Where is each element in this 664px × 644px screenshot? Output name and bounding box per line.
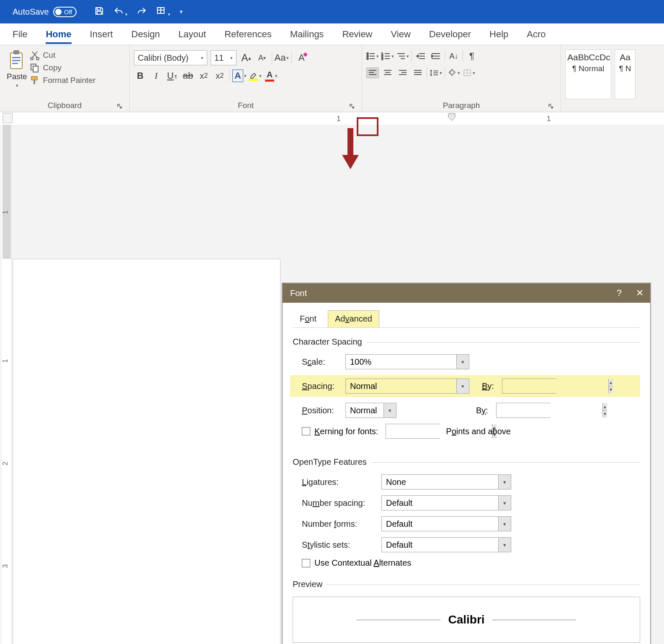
chevron-down-icon[interactable]: ▾ xyxy=(498,496,511,510)
close-icon[interactable]: ✕ xyxy=(636,288,643,299)
spin-up-icon[interactable]: ▲ xyxy=(603,403,607,411)
tab-view[interactable]: View xyxy=(391,29,411,40)
spacing-combo[interactable]: Normal▾ xyxy=(345,379,469,394)
bullets-button[interactable]: ▾ xyxy=(366,51,379,62)
change-case-button[interactable]: Aa▾ xyxy=(275,52,288,64)
cut-button[interactable]: Cut xyxy=(30,50,96,60)
position-by-spinner[interactable]: ▲▼ xyxy=(496,403,551,418)
shading-button[interactable]: ▾ xyxy=(448,67,460,78)
paste-button[interactable]: Paste ▾ xyxy=(4,48,30,95)
tab-developer[interactable]: Developer xyxy=(429,29,471,40)
decrease-indent-button[interactable] xyxy=(414,51,427,62)
ruler-track[interactable]: 1 1 xyxy=(13,112,664,125)
subscript-button[interactable]: x2 xyxy=(198,70,210,82)
grow-font-icon[interactable]: A▴ xyxy=(240,52,252,64)
italic-button[interactable]: I xyxy=(150,70,162,82)
chevron-down-icon[interactable]: ▾ xyxy=(456,379,469,393)
align-left-button[interactable] xyxy=(366,67,379,78)
chevron-down-icon[interactable]: ▾ xyxy=(498,538,511,552)
align-center-button[interactable] xyxy=(381,67,394,78)
numspacing-label: Number spacing: xyxy=(302,498,381,508)
sort-button[interactable]: A↓ xyxy=(448,51,460,62)
show-marks-button[interactable]: ¶ xyxy=(466,51,478,62)
style-sample: Aa xyxy=(617,52,633,64)
tab-mailings[interactable]: Mailings xyxy=(290,29,324,40)
spin-up-icon[interactable]: ▲ xyxy=(609,379,613,386)
numspacing-combo[interactable]: Default▾ xyxy=(381,495,511,510)
font-launcher-icon[interactable] xyxy=(348,103,356,110)
chevron-down-icon[interactable]: ▾ xyxy=(383,403,396,417)
spin-down-icon[interactable]: ▼ xyxy=(609,386,613,394)
scale-combo[interactable]: 100%▾ xyxy=(345,354,469,369)
superscript-button[interactable]: x2 xyxy=(214,70,226,82)
qat-item-icon[interactable]: ▾ xyxy=(156,6,170,18)
style-normal[interactable]: AaBbCcDc ¶ Normal xyxy=(565,49,611,99)
indent-marker-icon[interactable] xyxy=(448,113,456,123)
save-icon[interactable] xyxy=(94,6,104,18)
multilevel-list-button[interactable]: ▾ xyxy=(396,51,409,62)
group-font: Calibri (Body)▾ 11▾ A▴ A▾ Aa▾ A◆ B I U▾ … xyxy=(130,45,362,112)
underline-button[interactable]: U▾ xyxy=(166,70,178,82)
ruler-corner[interactable] xyxy=(3,113,13,123)
spin-down-icon[interactable]: ▼ xyxy=(603,411,607,418)
chevron-down-icon[interactable]: ▾ xyxy=(498,475,511,489)
tab-layout[interactable]: Layout xyxy=(178,29,206,40)
contextual-alternates-checkbox[interactable] xyxy=(302,559,310,567)
justify-button[interactable] xyxy=(412,67,424,78)
kerning-checkbox[interactable] xyxy=(302,427,310,435)
borders-button[interactable]: ▾ xyxy=(463,67,475,78)
chevron-down-icon[interactable]: ▾ xyxy=(498,517,511,531)
dialog-titlebar[interactable]: Font ? ✕ xyxy=(283,283,650,303)
tab-home[interactable]: Home xyxy=(46,29,71,40)
numbering-button[interactable]: 123▾ xyxy=(381,51,394,62)
dialog-tab-font[interactable]: Font xyxy=(293,310,324,327)
tab-review[interactable]: Review xyxy=(342,29,372,40)
document-area: 1 1 2 3 Font ? ✕ Font Advanced Character… xyxy=(0,125,664,644)
stylistic-combo[interactable]: Default▾ xyxy=(381,537,511,552)
font-color-button[interactable]: A▾ xyxy=(265,70,278,82)
group-clipboard: Paste ▾ Cut Copy Format Painter Clipboar… xyxy=(0,45,130,112)
spacing-by-input[interactable] xyxy=(502,379,608,393)
position-combo[interactable]: Normal▾ xyxy=(345,403,396,418)
tab-help[interactable]: Help xyxy=(489,29,508,40)
clear-formatting-icon[interactable]: A◆ xyxy=(295,52,308,64)
increase-indent-button[interactable] xyxy=(430,51,442,62)
tab-file[interactable]: File xyxy=(13,29,27,40)
text-effects-button[interactable]: A▾ xyxy=(233,70,246,82)
document-page[interactable] xyxy=(13,259,281,644)
tab-design[interactable]: Design xyxy=(131,29,160,40)
style-item[interactable]: Aa ¶ N xyxy=(615,49,636,99)
kerning-spinner[interactable]: ▲▼ xyxy=(386,424,440,439)
qat-customize-icon[interactable]: ▾ xyxy=(180,8,183,15)
ligatures-combo[interactable]: None▾ xyxy=(381,474,511,489)
font-size-combo[interactable]: 11▾ xyxy=(211,50,237,65)
highlight-button[interactable]: ▾ xyxy=(249,70,262,82)
tab-insert[interactable]: Insert xyxy=(90,29,113,40)
autosave-toggle[interactable]: AutoSave Off xyxy=(13,7,77,17)
clipboard-launcher-icon[interactable] xyxy=(116,103,124,110)
toggle-track[interactable]: Off xyxy=(53,7,77,17)
dialog-tab-advanced[interactable]: Advanced xyxy=(328,310,379,327)
tab-references[interactable]: References xyxy=(224,29,272,40)
paragraph-launcher-icon[interactable] xyxy=(547,103,555,110)
help-icon[interactable]: ? xyxy=(617,288,622,299)
font-name-combo[interactable]: Calibri (Body)▾ xyxy=(134,50,207,65)
undo-icon[interactable]: ▾ xyxy=(113,6,128,18)
chevron-down-icon[interactable]: ▾ xyxy=(15,83,18,88)
copy-button[interactable]: Copy xyxy=(30,63,96,73)
position-by-input[interactable] xyxy=(497,403,602,417)
font-dialog: Font ? ✕ Font Advanced Character Spacing… xyxy=(282,283,651,644)
numforms-combo[interactable]: Default▾ xyxy=(381,516,511,531)
format-painter-button[interactable]: Format Painter xyxy=(30,75,96,85)
align-right-button[interactable] xyxy=(396,67,409,78)
strikethrough-button[interactable]: ab xyxy=(182,70,194,82)
line-spacing-button[interactable]: ▾ xyxy=(430,67,442,78)
chevron-down-icon[interactable]: ▾ xyxy=(456,355,469,369)
section-character-spacing: Character Spacing xyxy=(293,337,640,347)
vertical-ruler[interactable]: 1 1 2 3 xyxy=(2,125,12,644)
redo-icon[interactable] xyxy=(137,6,147,18)
bold-button[interactable]: B xyxy=(134,70,147,82)
tab-acrobat[interactable]: Acro xyxy=(527,29,546,40)
spacing-by-spinner[interactable]: ▲▼ xyxy=(502,379,556,394)
shrink-font-icon[interactable]: A▾ xyxy=(256,52,268,64)
